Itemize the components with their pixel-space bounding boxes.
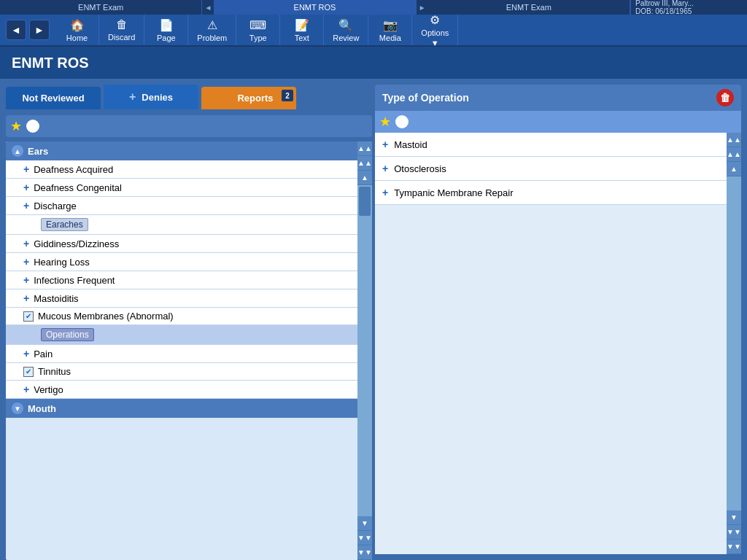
section-header-ears[interactable]: ▲ Ears — [6, 141, 357, 160]
checkbox-mucous[interactable]: ✔ — [23, 311, 34, 322]
right-scroll-down[interactable]: ▼ — [727, 510, 741, 525]
top-bar-arrow-left: ◄ — [202, 0, 214, 15]
text-button[interactable]: 📝 Text — [280, 15, 324, 45]
home-button[interactable]: 🏠 Home — [55, 15, 99, 45]
main-content: Not Reviewed + Denies ✔ Reports 2 ★ ▲ — [0, 79, 747, 560]
media-button[interactable]: 📷 Media — [368, 15, 412, 45]
top-tab-label-2: ENMT ROS — [294, 3, 336, 12]
list-item-hearing-loss[interactable]: + Hearing Loss — [6, 253, 357, 271]
scroll-down[interactable]: ▼ — [357, 516, 372, 531]
section-label-ears: Ears — [28, 146, 48, 157]
discard-icon: 🗑 — [116, 18, 128, 31]
list-item-earaches[interactable]: Earaches — [6, 215, 357, 235]
text-icon: 📝 — [295, 18, 309, 32]
right-cross-icon: + — [382, 139, 388, 150]
home-label: Home — [66, 34, 88, 42]
right-item-otosclerosis[interactable]: + Otosclerosis — [375, 157, 727, 181]
list-item-deafness-congenital[interactable]: + Deafness Congenital — [6, 179, 357, 197]
tab-not-reviewed-label: Not Reviewed — [22, 93, 84, 104]
options-button[interactable]: ⚙ Options ▼ — [412, 15, 458, 45]
type-icon: ⌨ — [249, 18, 266, 32]
tag-earaches[interactable]: Earaches — [41, 218, 88, 231]
review-button[interactable]: 🔍 Review — [324, 15, 368, 45]
page-button[interactable]: 📄 Page — [144, 15, 188, 45]
tag-operations[interactable]: Operations — [41, 328, 94, 341]
item-label-discharge: Discharge — [34, 201, 77, 211]
right-stars-row: ★ — [375, 111, 741, 133]
home-icon: 🏠 — [70, 18, 85, 32]
options-arrow: ▼ — [431, 39, 439, 47]
options-icon: ⚙ — [430, 13, 440, 27]
right-item-label-tympanic: Tympanic Membrane Repair — [394, 187, 513, 198]
section-collapse-mouth[interactable]: ▼ — [12, 402, 23, 414]
list-item-operations[interactable]: Operations — [6, 325, 357, 345]
right-item-tympanic[interactable]: + Tympanic Membrane Repair — [375, 181, 727, 205]
top-bar: ENMT Exam ◄ ENMT ROS ► ENMT Exam Paltrow… — [0, 0, 747, 15]
cross-icon: + — [23, 292, 29, 304]
left-star-icon[interactable]: ★ — [10, 118, 22, 134]
list-item-vertigo[interactable]: + Vertigo — [6, 381, 357, 399]
right-scroll-bottom[interactable]: ▼▼ — [727, 540, 741, 554]
right-panel-title: Type of Operation — [382, 92, 469, 104]
list-item-tinnitus[interactable]: ✔ Tinnitus — [6, 363, 357, 381]
scroll-bottom[interactable]: ▼▼ — [357, 545, 372, 560]
cross-icon: + — [23, 256, 29, 268]
section-collapse-ears[interactable]: ▲ — [12, 145, 23, 157]
tab-denies[interactable]: + Denies — [104, 85, 198, 109]
delete-button[interactable]: 🗑 — [716, 89, 734, 106]
scroll-top-top[interactable]: ▲▲ — [357, 141, 372, 156]
right-scroll-top[interactable]: ▲▲ — [727, 133, 741, 147]
right-item-mastoid[interactable]: + Mastoid — [375, 133, 727, 157]
right-scroll-up[interactable]: ▲ — [727, 162, 741, 176]
top-bar-tab-enmt-exam-2[interactable]: ENMT Exam — [428, 0, 630, 15]
right-scroll-controls: ▲▲ ▲▲ ▲ ▼ ▼▼ ▼▼ — [727, 133, 741, 554]
cross-icon: + — [23, 384, 29, 395]
left-list-area: ▲ Ears + Deafness Acquired + Deafness Co… — [6, 141, 372, 560]
tab-reports[interactable]: ✔ Reports 2 — [201, 87, 296, 109]
cross-icon: + — [23, 274, 29, 286]
list-item-giddiness[interactable]: + Giddiness/Dizziness — [6, 235, 357, 253]
list-item-discharge[interactable]: + Discharge — [6, 197, 357, 215]
right-list-scroll[interactable]: + Mastoid + Otosclerosis + Tympanic Memb… — [375, 133, 727, 554]
top-tab-label-1: ENMT Exam — [78, 3, 123, 12]
item-label-deafness-acquired: Deafness Acquired — [34, 164, 113, 175]
scroll-up-up[interactable]: ▲▲ — [357, 156, 372, 171]
left-circle-icon[interactable] — [26, 120, 39, 133]
left-list-scroll[interactable]: ▲ Ears + Deafness Acquired + Deafness Co… — [6, 141, 357, 560]
item-label-pain: Pain — [34, 349, 53, 359]
cross-icon: + — [23, 238, 29, 249]
scroll-thumb[interactable] — [359, 187, 371, 216]
options-label: Options — [421, 28, 449, 37]
checkbox-tinnitus[interactable]: ✔ — [23, 367, 34, 377]
scroll-down-down[interactable]: ▼▼ — [357, 531, 372, 545]
right-star-icon[interactable]: ★ — [379, 114, 391, 130]
right-circle-icon[interactable] — [395, 115, 409, 128]
cross-icon: + — [23, 200, 29, 211]
toolbar: ◄ ► 🏠 Home 🗑 Discard 📄 Page ⚠ Problem ⌨ … — [0, 15, 747, 47]
top-tab-label-3: ENMT Exam — [506, 3, 551, 12]
list-item-infections[interactable]: + Infections Frequent — [6, 271, 357, 289]
list-item-deafness-acquired[interactable]: + Deafness Acquired — [6, 160, 357, 179]
list-item-mastoiditis[interactable]: + Mastoiditis — [6, 289, 357, 308]
left-panel: Not Reviewed + Denies ✔ Reports 2 ★ ▲ — [0, 79, 372, 560]
type-button[interactable]: ⌨ Type — [236, 15, 280, 45]
media-label: Media — [379, 34, 401, 42]
right-scroll-up-up[interactable]: ▲▲ — [727, 147, 741, 162]
right-scroll-down-down[interactable]: ▼▼ — [727, 525, 741, 540]
discard-button[interactable]: 🗑 Discard — [99, 15, 144, 45]
top-bar-tab-enmt-ros[interactable]: ENMT ROS — [214, 0, 416, 15]
nav-back-button[interactable]: ◄ — [6, 20, 26, 40]
nav-forward-button[interactable]: ► — [29, 20, 50, 40]
scroll-up[interactable]: ▲ — [357, 171, 372, 185]
list-item-mucous[interactable]: ✔ Mucous Membranes (Abnormal) — [6, 308, 357, 325]
discard-label: Discard — [108, 33, 135, 42]
list-item-pain[interactable]: + Pain — [6, 345, 357, 363]
reports-check-icon: ✔ — [224, 93, 231, 104]
section-header-mouth[interactable]: ▼ Mouth — [6, 399, 357, 418]
problem-button[interactable]: ⚠ Problem — [188, 15, 236, 45]
left-scroll-controls: ▲▲ ▲▲ ▲ ▼ ▼▼ ▼▼ — [357, 141, 372, 560]
tabs-row: Not Reviewed + Denies ✔ Reports 2 — [6, 85, 372, 109]
right-item-label-mastoid: Mastoid — [394, 139, 427, 150]
top-bar-tab-enmt-exam-1[interactable]: ENMT Exam — [0, 0, 202, 15]
tab-not-reviewed[interactable]: Not Reviewed — [6, 87, 101, 109]
